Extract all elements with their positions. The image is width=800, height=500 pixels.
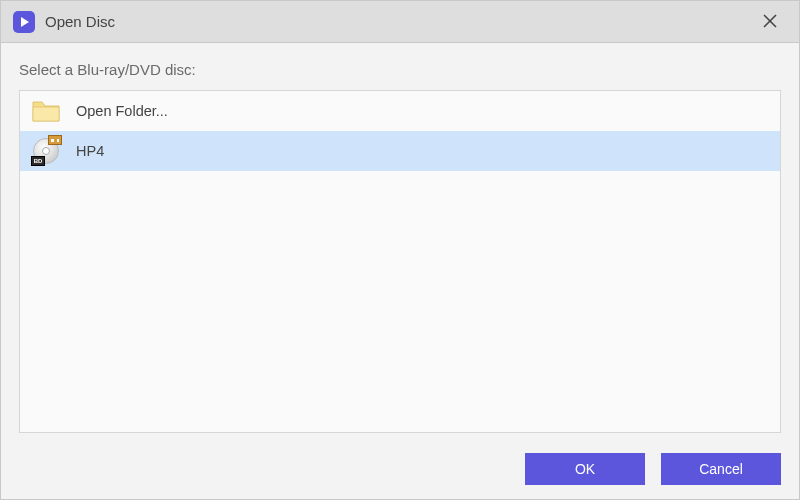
open-disc-dialog: Open Disc Select a Blu-ray/DVD disc: Ope…: [0, 0, 800, 500]
prompt-label: Select a Blu-ray/DVD disc:: [19, 61, 781, 78]
dialog-content: Select a Blu-ray/DVD disc: Open Folder..…: [1, 43, 799, 441]
button-row: OK Cancel: [1, 441, 799, 499]
cancel-button[interactable]: Cancel: [661, 453, 781, 485]
close-icon: [763, 12, 777, 32]
svg-marker-0: [21, 17, 29, 27]
window-title: Open Disc: [45, 13, 115, 30]
list-item-label: HP4: [76, 143, 104, 159]
disc-listbox[interactable]: Open Folder... BD HP4: [19, 90, 781, 433]
list-item-open-folder[interactable]: Open Folder...: [20, 91, 780, 131]
ok-button[interactable]: OK: [525, 453, 645, 485]
bluray-disc-icon: BD: [32, 137, 60, 165]
folder-icon: [32, 97, 60, 125]
list-item-disc[interactable]: BD HP4: [20, 131, 780, 171]
close-button[interactable]: [755, 9, 785, 35]
list-item-label: Open Folder...: [76, 103, 168, 119]
app-play-icon: [13, 11, 35, 33]
titlebar: Open Disc: [1, 1, 799, 43]
